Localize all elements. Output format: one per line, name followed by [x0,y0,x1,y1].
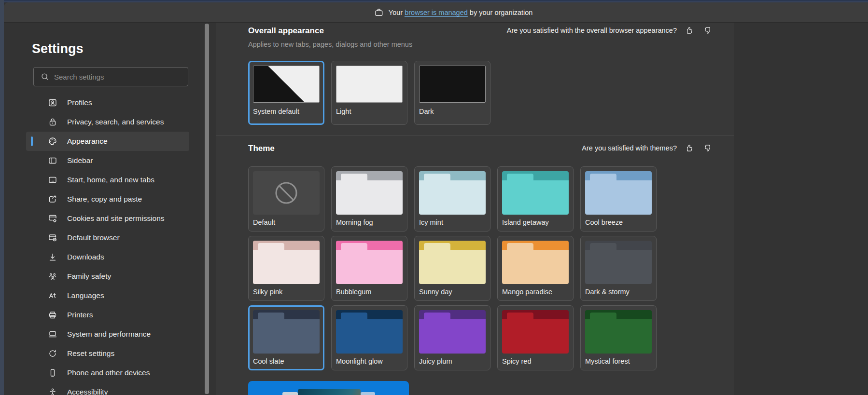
thumbs-up-button[interactable] [684,25,695,36]
sidebar-item-appearance[interactable]: Appearance [26,132,189,151]
section-title: Overall appearance [248,26,324,36]
search-box[interactable] [33,67,188,86]
download-icon [48,252,57,262]
palette-icon [48,136,57,146]
sidebar: Settings Profiles Privacy, search, and s… [4,23,205,395]
sidebar-nav: Profiles Privacy, search, and services A… [4,93,205,395]
sidebar-item-reset-settings[interactable]: Reset settings [26,344,189,363]
sidebar-item-privacy[interactable]: Privacy, search, and services [26,112,189,132]
no-theme-icon [253,171,320,215]
theme-card-bubblegum[interactable]: Bubblegum [331,236,407,301]
selected-indicator [31,136,33,146]
default-browser-icon [48,233,57,243]
sidebar-item-downloads[interactable]: Downloads [26,247,189,267]
sidebar-item-start-home-tabs[interactable]: Start, home, and new tabs [26,170,189,190]
theme-card-moonlight-glow[interactable]: Moonlight glow [331,305,407,370]
theme-card-spicy-red[interactable]: Spicy red [497,305,574,370]
theme-grid: Default Morning fog Icy mint Island geta… [248,166,663,370]
sidebar-item-printers[interactable]: Printers [26,305,189,325]
settings-page: Settings Profiles Privacy, search, and s… [4,23,868,395]
appearance-option-light[interactable]: Light [331,61,407,125]
share-icon [48,194,57,204]
section-title: Theme [248,143,275,154]
search-input[interactable] [54,73,175,81]
laptop-icon [48,329,57,339]
sidebar-item-cookies-permissions[interactable]: Cookies and site permissions [26,209,189,228]
thumbs-down-button[interactable] [702,142,714,154]
briefcase-icon [374,8,384,17]
sidebar-item-system-performance[interactable]: System and performance [26,325,189,344]
site-permissions-icon [48,214,57,223]
browser-managed-link[interactable]: browser is managed [405,9,468,17]
thumbs-down-button[interactable] [702,25,714,36]
reset-icon [48,349,57,358]
theme-card-mango-paradise[interactable]: Mango paradise [497,236,574,301]
settings-content: Overall appearance Are you satisfied wit… [216,23,734,395]
theme-card-juicy-plum[interactable]: Juicy plum [414,305,490,370]
page-title: Settings [32,41,205,56]
theme-card-island-getaway[interactable]: Island getaway [497,166,574,232]
theme-card-morning-fog[interactable]: Morning fog [331,166,407,232]
wallpaper-thumbnail [282,392,298,395]
family-icon [48,272,57,281]
theme-promo-card[interactable] [248,381,409,395]
dark-preview [419,66,486,103]
sidebar-item-share-copy-paste[interactable]: Share, copy and paste [26,190,189,209]
theme-card-sunny-day[interactable]: Sunny day [414,236,490,301]
sidebar-item-family-safety[interactable]: Family safety [26,267,189,286]
sidebar-layout-icon [48,156,57,165]
sidebar-item-profiles[interactable]: Profiles [26,93,189,112]
light-preview [336,66,403,103]
search-icon [41,72,49,81]
profiles-icon [48,98,57,108]
theme-card-cool-slate[interactable]: Cool slate [248,305,324,370]
appearance-option-system-default[interactable]: System default [248,61,324,125]
theme-card-mystical-forest[interactable]: Mystical forest [580,305,657,370]
sidebar-item-accessibility[interactable]: Accessibility [26,382,189,395]
managed-banner-text: Your browser is managed by your organiza… [389,9,533,16]
theme-card-cool-breeze[interactable]: Cool breeze [580,166,657,232]
sidebar-item-phone-devices[interactable]: Phone and other devices [26,363,189,382]
section-subtitle: Applies to new tabs, pages, dialogs and … [248,41,714,48]
theme-section: Theme Are you satisfied with themes? Def… [216,136,734,370]
window-frame-left [0,0,4,395]
wallpaper-thumbnail [361,392,375,395]
managed-banner: Your browser is managed by your organiza… [4,2,868,23]
theme-feedback: Are you satisfied with themes? [582,142,714,154]
theme-card-silky-pink[interactable]: Silky pink [248,236,324,301]
system-default-preview [253,66,320,103]
lock-icon [48,117,57,127]
theme-card-default[interactable]: Default [248,166,324,232]
appearance-feedback: Are you satisfied with the overall brows… [507,25,714,36]
thumbs-up-button[interactable] [684,142,695,154]
theme-card-dark-stormy[interactable]: Dark & stormy [580,236,657,301]
languages-icon [48,291,57,300]
printer-icon [48,310,57,320]
phone-icon [48,368,57,378]
sidebar-scrollbar[interactable] [205,24,209,394]
sidebar-item-sidebar[interactable]: Sidebar [26,151,189,170]
wallpaper-thumbnail [298,389,361,395]
overall-appearance-section: Overall appearance Are you satisfied wit… [216,23,734,125]
appearance-options: System default Light Dark [248,61,714,125]
appearance-option-dark[interactable]: Dark [414,61,490,125]
sidebar-item-default-browser[interactable]: Default browser [26,228,189,247]
sidebar-item-languages[interactable]: Languages [26,286,189,305]
new-tab-icon [48,175,57,185]
theme-card-icy-mint[interactable]: Icy mint [414,166,490,232]
accessibility-icon [48,387,57,395]
